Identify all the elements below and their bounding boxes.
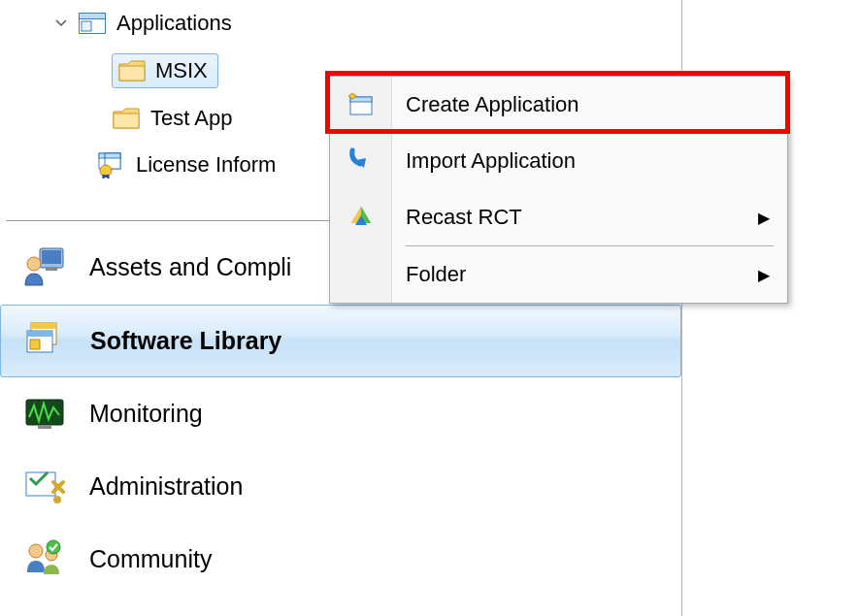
assets-icon: [21, 243, 68, 290]
svg-rect-8: [105, 153, 120, 158]
svg-point-23: [29, 544, 43, 558]
community-icon: [21, 536, 68, 583]
svg-rect-17: [27, 331, 52, 337]
nav-label: Community: [89, 545, 212, 573]
menu-recast-rct[interactable]: Recast RCT ▶: [330, 189, 787, 245]
tree-label: License Inform: [136, 152, 276, 178]
nav-community[interactable]: Community: [0, 523, 681, 596]
svg-rect-20: [38, 425, 51, 429]
svg-rect-11: [42, 250, 61, 264]
folder-icon: [112, 104, 141, 133]
nav-label: Assets and Compli: [89, 253, 291, 281]
svg-rect-12: [46, 268, 57, 271]
folder-icon: [118, 60, 146, 81]
recast-icon: [346, 202, 377, 233]
tree-label: MSIX: [155, 58, 208, 83]
menu-label: Folder: [406, 262, 466, 287]
menu-import-application[interactable]: Import Application: [330, 133, 787, 189]
svg-rect-1: [80, 14, 106, 19]
menu-label: Recast RCT: [406, 205, 522, 230]
nav-administration[interactable]: Administration: [0, 450, 681, 523]
menu-create-application[interactable]: Create Application: [330, 77, 787, 133]
nav-label: Software Library: [90, 327, 281, 355]
monitoring-icon: [21, 391, 68, 438]
tree-node-applications[interactable]: Applications: [0, 0, 679, 47]
tree-label: Test App: [150, 106, 232, 131]
import-icon: [346, 146, 377, 177]
nav-software-library[interactable]: Software Library: [0, 305, 681, 377]
svg-point-13: [27, 257, 41, 271]
svg-rect-21: [26, 472, 55, 496]
administration-icon: [21, 464, 68, 510]
expander-icon[interactable]: [54, 17, 68, 29]
license-icon: [97, 150, 126, 179]
svg-rect-15: [31, 323, 56, 329]
menu-label: Import Application: [406, 148, 576, 174]
submenu-arrow-icon: ▶: [758, 266, 770, 284]
menu-folder[interactable]: Folder ▶: [330, 246, 787, 303]
svg-rect-2: [82, 21, 91, 31]
svg-rect-3: [119, 66, 145, 81]
menu-label: Create Application: [406, 92, 579, 117]
nav-label: Monitoring: [89, 400, 203, 428]
svg-rect-18: [30, 340, 40, 349]
svg-rect-4: [114, 113, 139, 128]
context-menu: Create Application Import Application Re…: [329, 76, 788, 304]
create-application-icon: [346, 89, 377, 120]
software-library-icon: [22, 318, 69, 365]
submenu-arrow-icon: ▶: [758, 209, 770, 227]
svg-point-22: [53, 496, 61, 503]
tree-label: Applications: [116, 11, 232, 36]
svg-point-25: [47, 540, 60, 554]
nav-monitoring[interactable]: Monitoring: [0, 377, 681, 450]
nav-label: Administration: [89, 472, 243, 501]
application-window-icon: [78, 9, 107, 38]
